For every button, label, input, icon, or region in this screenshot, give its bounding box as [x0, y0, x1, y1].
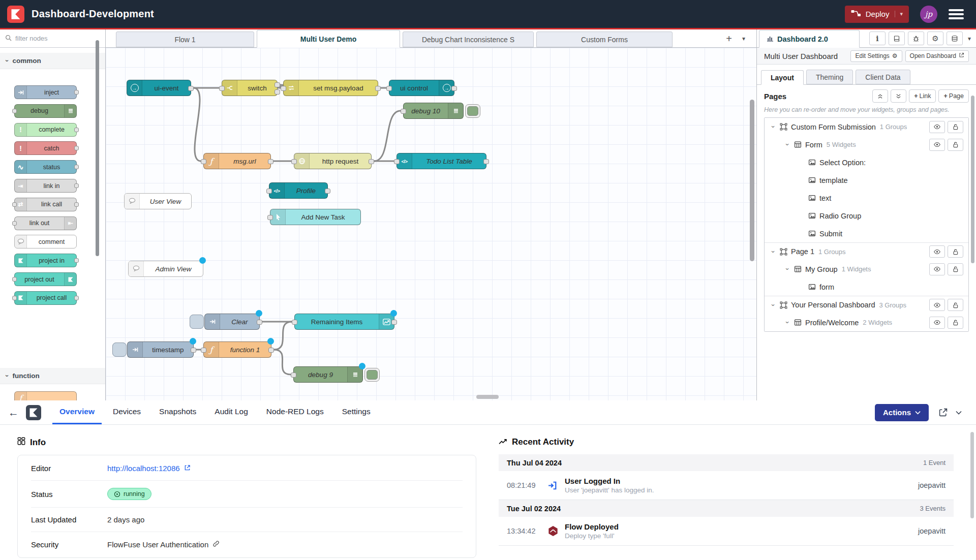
input-port[interactable] [219, 86, 225, 91]
chevron-down-icon[interactable]: › [784, 319, 791, 326]
panel-scrollbar[interactable] [970, 432, 974, 518]
input-port[interactable] [201, 348, 206, 353]
palette-section-function[interactable]: ›function [0, 368, 105, 384]
input-port[interactable] [401, 109, 406, 114]
collapse-all-button[interactable] [872, 89, 888, 103]
palette-filter-input[interactable] [15, 35, 92, 42]
palette-node-comment[interactable]: comment [14, 235, 77, 248]
chevron-down-icon[interactable]: › [770, 248, 777, 255]
nav-tab-overview[interactable]: Overview [52, 400, 102, 424]
tree-item-page-1[interactable]: ›Page 11 Groups [765, 242, 968, 260]
nav-tab-node-red-logs[interactable]: Node-RED Logs [259, 400, 331, 424]
lock-open-button[interactable] [948, 317, 963, 329]
output-port[interactable] [257, 320, 262, 325]
flow-node-debug9[interactable]: debug 9 [293, 366, 363, 383]
add-link-button[interactable]: + Link [909, 89, 936, 103]
tree-item-text[interactable]: text [765, 189, 968, 207]
flow-node-set[interactable]: set msg.payload [283, 80, 378, 96]
edit-settings-button[interactable]: Edit Settings ⚙ [850, 50, 902, 62]
output-port[interactable] [369, 159, 374, 164]
tree-item-radio-group[interactable]: Radio Group [765, 207, 968, 225]
tree-item-select-option-[interactable]: Select Option: [765, 153, 968, 171]
output-port[interactable] [274, 82, 280, 87]
open-editor-icon[interactable] [939, 408, 948, 417]
add-flow-button[interactable]: + [726, 34, 732, 44]
flow-node-uicontrol[interactable]: →ui control [389, 80, 454, 96]
actions-button[interactable]: Actions [875, 404, 929, 421]
output-port[interactable] [191, 348, 196, 353]
input-port[interactable] [281, 86, 286, 91]
palette-node-link-call[interactable]: ⇄link call [14, 198, 77, 211]
canvas-vertical-scrollbar[interactable] [750, 100, 754, 261]
output-port[interactable] [325, 189, 330, 194]
output-port[interactable] [268, 159, 273, 164]
link-chain-icon[interactable] [212, 540, 220, 549]
palette-node-complete[interactable]: !complete [14, 123, 77, 137]
tree-item-profile-welcome[interactable]: ›Profile/Welcome2 Widgets [765, 314, 968, 331]
flow-tab-multi-user-demo[interactable]: Multi User Demo [257, 30, 400, 48]
flow-node-remaining[interactable]: Remaining Items [294, 314, 394, 330]
tree-item-my-group[interactable]: ›My Group1 Widgets [765, 260, 968, 278]
palette-node-function[interactable]: ƒ [14, 391, 77, 400]
nav-tab-devices[interactable]: Devices [106, 400, 148, 424]
flow-tab-flow-1[interactable]: Flow 1 [116, 32, 254, 47]
deploy-button[interactable]: Deploy ▾ [845, 6, 909, 23]
output-port[interactable] [451, 86, 457, 91]
tree-item-your-personal-dashboard[interactable]: ›Your Personal Dashboard3 Groups [765, 296, 968, 314]
debug-toggle-button[interactable] [465, 104, 480, 118]
chevron-down-icon[interactable]: › [770, 301, 777, 308]
canvas-horizontal-scrollbar[interactable] [476, 395, 499, 399]
visibility-eye-button[interactable] [929, 317, 945, 329]
deploy-options-caret-icon[interactable]: ▾ [895, 11, 903, 17]
sidebar-toolbar-layers-button[interactable] [947, 32, 963, 45]
visibility-eye-button[interactable] [929, 263, 945, 275]
nav-tab-snapshots[interactable]: Snapshots [152, 400, 203, 424]
back-arrow-icon[interactable]: ← [8, 407, 19, 419]
chevron-down-icon[interactable]: › [770, 123, 777, 131]
output-port[interactable] [391, 320, 397, 325]
flow-node-todo[interactable]: </>Todo List Table [396, 153, 486, 169]
palette-section-common[interactable]: ›common [0, 53, 105, 69]
flow-node-clear[interactable]: Clear [204, 314, 260, 330]
flow-canvas[interactable]: →ui-eventswitchset msg.payload→ui contro… [106, 48, 756, 400]
chevron-down-icon[interactable]: › [784, 141, 791, 148]
sidebar-toolbar-book-button[interactable] [889, 32, 905, 45]
tree-item-form[interactable]: form [765, 278, 968, 296]
output-port[interactable] [483, 159, 489, 164]
input-port[interactable] [267, 215, 273, 220]
input-port[interactable] [266, 189, 272, 194]
flow-list-caret-icon[interactable]: ▾ [742, 35, 745, 42]
tab-layout[interactable]: Layout [761, 70, 804, 85]
collapse-panel-caret-icon[interactable] [956, 409, 962, 416]
tab-client-data[interactable]: Client Data [856, 70, 910, 84]
sidebar-toolbar-bug-button[interactable] [908, 32, 924, 45]
inject-button[interactable] [112, 343, 127, 357]
lock-open-button[interactable] [948, 263, 963, 275]
flow-node-debug10[interactable]: debug 10 [403, 103, 464, 119]
sidebar-menu-caret-icon[interactable]: ▾ [968, 35, 971, 42]
palette-node-project-call[interactable]: project call [14, 291, 77, 305]
output-port[interactable] [268, 348, 274, 353]
palette-node-status[interactable]: ∿status [14, 160, 77, 174]
palette-node-link-in[interactable]: ⇥link in [14, 179, 77, 193]
visibility-eye-button[interactable] [929, 139, 945, 151]
input-port[interactable] [291, 372, 296, 378]
lock-open-button[interactable] [948, 139, 963, 151]
inject-button[interactable] [190, 315, 204, 329]
visibility-eye-button[interactable] [929, 245, 945, 258]
tree-item-template[interactable]: template [765, 171, 968, 189]
palette-node-project-in[interactable]: project in [14, 254, 77, 267]
nav-tab-audit-log[interactable]: Audit Log [207, 400, 255, 424]
flow-node-function1[interactable]: ƒfunction 1 [203, 341, 271, 358]
debug-toggle-button[interactable] [364, 368, 380, 382]
palette-node-debug[interactable]: debug [14, 104, 77, 118]
nav-tab-settings[interactable]: Settings [335, 400, 378, 424]
tree-item-custom-form-submission[interactable]: ›Custom Form Submission1 Groups [765, 118, 968, 136]
flow-node-timestamp[interactable]: timestamp [127, 341, 194, 358]
flowfuse-mark-icon[interactable] [26, 405, 41, 420]
input-port[interactable] [386, 86, 392, 91]
flow-node-http[interactable]: http request [294, 153, 372, 169]
palette-node-project-out[interactable]: project out [14, 272, 77, 286]
tab-dashboard-2[interactable]: Dashboard 2.0 [759, 30, 860, 48]
flow-node-msgurl[interactable]: ƒmsg.url [203, 153, 271, 169]
